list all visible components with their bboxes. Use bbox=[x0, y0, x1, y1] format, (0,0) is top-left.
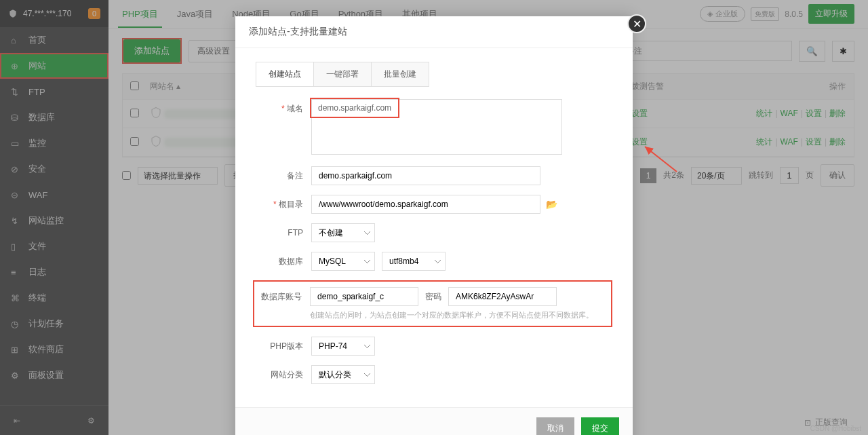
row-domain: 域名 demo.sparkaigf.com bbox=[256, 99, 612, 157]
mtab-create[interactable]: 创建站点 bbox=[256, 62, 314, 86]
add-site-modal: ✕ 添加站点-支持批量建站 创建站点 一键部署 批量创建 域名 demo.spa… bbox=[235, 16, 633, 435]
ftp-select[interactable]: 不创建 bbox=[311, 223, 375, 242]
cancel-button[interactable]: 取消 bbox=[536, 417, 574, 435]
root-input[interactable] bbox=[311, 195, 540, 214]
mtab-deploy[interactable]: 一键部署 bbox=[314, 62, 372, 86]
modal-title: 添加站点-支持批量建站 bbox=[235, 16, 633, 48]
db-engine-select[interactable]: MySQL bbox=[311, 252, 375, 271]
row-db: 数据库 MySQL utf8mb4 bbox=[256, 252, 612, 271]
modal-close-button[interactable]: ✕ bbox=[627, 14, 646, 33]
mtab-batch[interactable]: 批量创建 bbox=[372, 62, 429, 86]
label-domain: 域名 bbox=[256, 99, 311, 115]
row-root: 根目录 📂 bbox=[256, 195, 612, 214]
cat-select[interactable]: 默认分类 bbox=[311, 365, 375, 384]
label-note: 备注 bbox=[256, 170, 311, 182]
modal-tabs: 创建站点 一键部署 批量创建 bbox=[256, 62, 429, 87]
label-db: 数据库 bbox=[256, 256, 311, 267]
label-dbacct: 数据库账号 bbox=[254, 291, 310, 303]
row-ftp: FTP 不创建 bbox=[256, 223, 612, 242]
row-phpver: PHP版本 PHP-74 bbox=[256, 337, 612, 356]
submit-button[interactable]: 提交 bbox=[581, 417, 619, 435]
modal-footer: 取消 提交 bbox=[235, 407, 633, 435]
domain-input[interactable] bbox=[311, 99, 562, 155]
phpver-select[interactable]: PHP-74 bbox=[311, 337, 375, 356]
note-input[interactable] bbox=[311, 166, 540, 185]
label-phpver: PHP版本 bbox=[256, 341, 311, 352]
row-note: 备注 bbox=[256, 166, 612, 185]
db-charset-select[interactable]: utf8mb4 bbox=[382, 252, 446, 271]
label-cat: 网站分类 bbox=[256, 369, 311, 381]
label-ftp: FTP bbox=[256, 228, 311, 238]
modal-body: 创建站点 一键部署 批量创建 域名 demo.sparkaigf.com 备注 … bbox=[235, 48, 633, 407]
db-account-highlight: 数据库账号 密码 创建站点的同时，为站点创建一个对应的数据库帐户，方便不同站点使… bbox=[253, 280, 612, 327]
label-root: 根目录 bbox=[256, 199, 311, 210]
row-cat: 网站分类 默认分类 bbox=[256, 365, 612, 384]
row-dbacct: 数据库账号 密码 bbox=[254, 287, 608, 306]
db-pwd-input[interactable] bbox=[448, 287, 557, 306]
label-pwd: 密码 bbox=[425, 291, 441, 303]
db-hint: 创建站点的同时，为站点创建一个对应的数据库帐户，方便不同站点使用不同数据库。 bbox=[310, 310, 608, 320]
folder-icon[interactable]: 📂 bbox=[546, 199, 557, 210]
db-user-input[interactable] bbox=[310, 287, 418, 306]
